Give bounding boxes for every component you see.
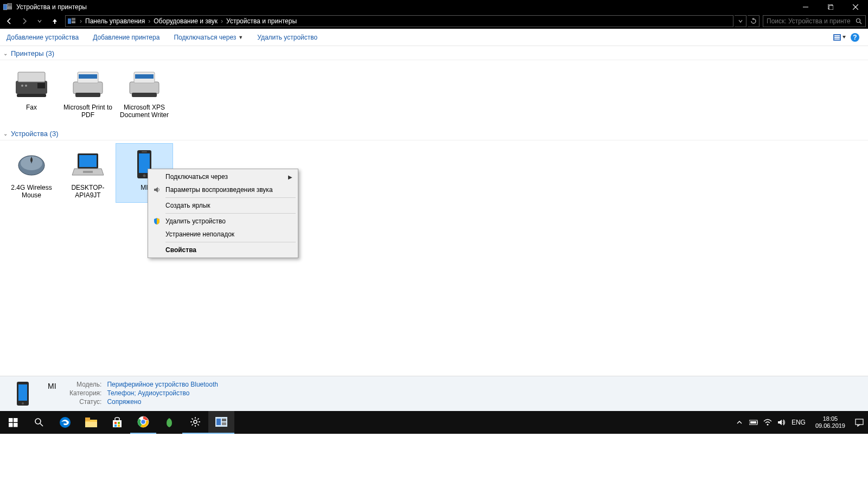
device-fax[interactable]: Fax — [3, 63, 60, 122]
speaker-icon — [152, 185, 161, 194]
svg-rect-57 — [85, 422, 97, 427]
svg-line-72 — [197, 424, 199, 425]
clock[interactable]: 18:05 09.06.2019 — [815, 415, 845, 429]
svg-rect-22 — [37, 83, 45, 88]
cm-create-shortcut[interactable]: Создать ярлык — [149, 199, 297, 212]
group-header-printers[interactable]: ⌄ Принтеры (3) — [0, 46, 868, 60]
svg-rect-39 — [83, 171, 93, 173]
svg-point-66 — [194, 420, 197, 423]
svg-rect-78 — [222, 422, 226, 425]
addressbar: › Панель управления › Оборудование и зву… — [0, 14, 868, 29]
cm-properties[interactable]: Свойства — [149, 243, 297, 256]
details-pane: MI Модель: Периферийное устройство Bluet… — [0, 376, 868, 411]
refresh-button[interactable] — [748, 15, 760, 27]
connect-via-button[interactable]: Подключаться через▼ — [174, 34, 243, 41]
svg-point-36 — [30, 158, 33, 162]
search-box[interactable] — [763, 15, 866, 27]
device-label: Fax — [26, 104, 37, 111]
add-device-button[interactable]: Добавление устройства — [7, 34, 79, 41]
laptop-icon — [66, 147, 110, 182]
address-dropdown[interactable] — [735, 15, 746, 27]
device-mouse[interactable]: 2.4G Wireless Mouse — [3, 144, 60, 202]
help-button[interactable]: ? — [848, 31, 861, 44]
chevron-down-icon: ▼ — [238, 35, 243, 40]
svg-rect-59 — [114, 422, 117, 424]
up-button[interactable] — [48, 15, 62, 28]
svg-rect-62 — [118, 425, 120, 427]
language-indicator[interactable]: ENG — [792, 419, 806, 426]
svg-point-52 — [35, 419, 41, 424]
svg-text:?: ? — [853, 34, 857, 41]
details-status-value: Сопряжено — [107, 398, 218, 406]
device-print-to-pdf[interactable]: Microsoft Print to PDF — [60, 63, 116, 122]
cm-remove-device[interactable]: Удалить устройство — [149, 215, 297, 228]
svg-rect-27 — [79, 74, 97, 79]
printer-icon — [66, 67, 110, 101]
context-menu: Подключаться через ▶ Параметры воспроизв… — [148, 169, 298, 258]
menu-separator — [165, 213, 296, 214]
menu-separator — [165, 197, 296, 198]
cm-connect-via[interactable]: Подключаться через ▶ — [149, 170, 297, 183]
action-center-icon[interactable] — [855, 418, 864, 427]
chrome-button[interactable] — [130, 411, 156, 434]
breadcrumb-item[interactable]: Панель управления — [84, 17, 146, 25]
minimize-button[interactable] — [793, 0, 818, 14]
forward-button[interactable] — [17, 15, 31, 28]
svg-rect-51 — [14, 423, 18, 427]
add-printer-button[interactable]: Добавление принтера — [93, 34, 159, 41]
back-button[interactable] — [2, 15, 16, 28]
recent-dropdown[interactable] — [33, 15, 47, 28]
cm-sound-settings[interactable]: Параметры воспроизведения звука — [149, 183, 297, 196]
view-options-button[interactable] — [833, 31, 846, 44]
search-input[interactable] — [767, 17, 851, 25]
svg-rect-77 — [222, 419, 226, 421]
breadcrumb-item[interactable]: Устройства и принтеры — [225, 17, 298, 25]
clock-date: 09.06.2019 — [815, 422, 845, 429]
start-button[interactable] — [0, 411, 26, 434]
control-panel-taskbar-button[interactable] — [208, 411, 234, 434]
svg-rect-60 — [118, 422, 120, 424]
maximize-button[interactable] — [818, 0, 843, 14]
chevron-right-icon: ▶ — [288, 174, 292, 180]
breadcrumb-item[interactable]: Оборудование и звук — [152, 17, 219, 25]
chevron-right-icon: › — [80, 17, 82, 25]
volume-icon[interactable] — [777, 418, 786, 427]
close-button[interactable] — [843, 0, 868, 14]
settings-button[interactable] — [182, 411, 208, 434]
device-desktop[interactable]: DESKTOP-APIA9JT — [60, 144, 116, 202]
search-icon[interactable] — [856, 18, 862, 24]
battery-icon[interactable] — [749, 418, 758, 427]
cm-troubleshoot[interactable]: Устранение неполадок — [149, 228, 297, 241]
clock-time: 18:05 — [815, 415, 845, 422]
shield-icon — [152, 217, 161, 226]
svg-rect-84 — [856, 419, 863, 425]
store-button[interactable] — [104, 411, 130, 434]
device-label: 2.4G Wireless Mouse — [4, 184, 59, 199]
app-button-1[interactable] — [156, 411, 182, 434]
svg-rect-76 — [216, 419, 221, 425]
file-explorer-button[interactable] — [78, 411, 104, 434]
breadcrumb[interactable]: › Панель управления › Оборудование и зву… — [65, 15, 733, 27]
group-header-devices[interactable]: ⌄ Устройства (3) — [0, 126, 868, 140]
edge-button[interactable] — [52, 411, 78, 434]
svg-rect-5 — [829, 5, 833, 10]
svg-rect-48 — [9, 418, 13, 422]
tray-overflow-icon[interactable] — [735, 418, 744, 427]
svg-rect-29 — [130, 82, 159, 94]
control-panel-icon — [66, 16, 78, 27]
device-xps-writer[interactable]: Microsoft XPS Document Writer — [116, 63, 173, 122]
svg-rect-61 — [114, 425, 117, 427]
svg-point-11 — [857, 19, 860, 23]
search-button[interactable] — [26, 411, 52, 434]
system-tray: ENG 18:05 09.06.2019 — [735, 415, 868, 429]
svg-rect-49 — [14, 418, 18, 422]
svg-point-65 — [141, 420, 146, 425]
group-title: Устройства (3) — [11, 130, 59, 138]
svg-rect-1 — [8, 3, 12, 7]
remove-device-button[interactable]: Удалить устройство — [257, 34, 317, 41]
svg-rect-43 — [142, 151, 147, 152]
svg-rect-81 — [750, 421, 756, 423]
svg-rect-21 — [17, 94, 46, 97]
device-label: MI — [141, 184, 148, 191]
wifi-icon[interactable] — [763, 418, 772, 427]
